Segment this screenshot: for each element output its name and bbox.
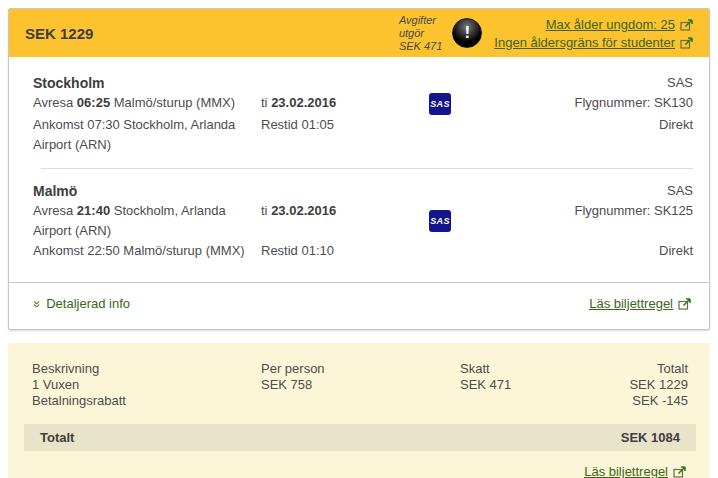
departure-place: Malmö/sturup (MMX): [114, 95, 235, 110]
grand-total-band: Totalt SEK 1084: [24, 424, 696, 451]
price-summary-section: Beskrivning Per person Skatt Totalt 1 Vu…: [8, 343, 710, 478]
info-icon[interactable]: !: [452, 18, 482, 48]
total-price: SEK 1229: [25, 25, 93, 42]
payment-discount-value: SEK -145: [518, 393, 688, 409]
detailed-info-label: Detaljerad info: [46, 296, 130, 311]
arrival-line: Ankomst 07:30 Stockholm, Arlanda Airport…: [33, 115, 261, 155]
flight-date: ti 23.02.2016: [261, 201, 429, 241]
airline-name: SAS: [491, 73, 693, 93]
price-summary-table: Beskrivning Per person Skatt Totalt 1 Vu…: [32, 361, 688, 409]
ticket-rule-link[interactable]: Läs biljettregel: [584, 464, 688, 478]
payment-discount-label: Betalningsrabatt: [32, 393, 261, 409]
grand-total-value: SEK 1084: [621, 430, 680, 445]
departure-line: Avresa 06:25 Malmö/sturup (MMX): [33, 93, 261, 115]
flight-segment-return: Malmö SAS Avresa 21:40 Stockholm, Arland…: [33, 169, 693, 272]
price-header: SEK 1229 Avgifter utgör SEK 471 ! Max ål…: [9, 9, 709, 57]
card-footer: » Detaljerad info Läs biljettregel: [9, 282, 709, 329]
flight-date: ti 23.02.2016: [261, 93, 429, 115]
airline-logo-cell: SAS: [429, 201, 491, 241]
header-links: Max ålder ungdom: 25 Ingen åldersgräns f…: [494, 17, 695, 50]
ticket-rule-label: Läs biljettregel: [589, 296, 673, 311]
per-person-value: SEK 758: [261, 377, 460, 393]
arrival-line: Ankomst 22:50 Malmö/sturup (MMX): [33, 241, 261, 261]
flight-number: Flygnummer: SK125: [491, 201, 693, 241]
segment-city: Stockholm: [33, 73, 261, 93]
departure-time: 06:25: [77, 95, 110, 110]
external-link-icon: [680, 36, 695, 49]
external-link-icon: [680, 18, 695, 31]
passenger-type: 1 Vuxen: [32, 377, 261, 393]
max-age-youth-label: Max ålder ungdom: 25: [546, 17, 675, 32]
fees-note: Avgifter utgör SEK 471: [399, 14, 442, 53]
student-age-label: Ingen åldersgräns för studenter: [494, 35, 675, 50]
total-value: SEK 1229: [518, 377, 688, 393]
summary-link-row: Läs biljettregel: [32, 464, 688, 478]
external-link-icon: [673, 465, 688, 478]
flight-segments: Stockholm SAS Avresa 06:25 Malmö/sturup …: [9, 57, 709, 272]
sas-logo-icon: SAS: [429, 93, 451, 115]
flight-offer-card: SEK 1229 Avgifter utgör SEK 471 ! Max ål…: [8, 8, 710, 330]
tax-value: SEK 471: [460, 377, 518, 393]
ticket-rule-link[interactable]: Läs biljettregel: [589, 296, 693, 311]
max-age-youth-link[interactable]: Max ålder ungdom: 25: [546, 17, 695, 32]
tax-header: Skatt: [460, 361, 518, 377]
airline-logo-cell: SAS: [429, 93, 491, 115]
flight-number: Flygnummer: SK130: [491, 93, 693, 115]
stops-info: Direkt: [491, 241, 693, 261]
ticket-rule-label: Läs biljettregel: [584, 464, 668, 478]
segment-city: Malmö: [33, 181, 261, 201]
grand-total-label: Totalt: [40, 430, 74, 445]
departure-time: 21:40: [77, 203, 110, 218]
total-header: Totalt: [518, 361, 688, 377]
flight-duration: Restid 01:10: [261, 241, 429, 261]
departure-line: Avresa 21:40 Stockholm, Arlanda Airport …: [33, 201, 261, 241]
external-link-icon: [678, 297, 693, 310]
flight-duration: Restid 01:05: [261, 115, 429, 155]
stops-info: Direkt: [491, 115, 693, 155]
sas-logo-icon: SAS: [429, 210, 451, 232]
per-person-header: Per person: [261, 361, 460, 377]
chevron-down-icon: »: [32, 300, 42, 307]
description-header: Beskrivning: [32, 361, 261, 377]
airline-name: SAS: [491, 181, 693, 201]
student-age-link[interactable]: Ingen åldersgräns för studenter: [494, 35, 695, 50]
detailed-info-toggle[interactable]: » Detaljerad info: [33, 296, 130, 311]
flight-segment-outbound: Stockholm SAS Avresa 06:25 Malmö/sturup …: [33, 61, 693, 166]
